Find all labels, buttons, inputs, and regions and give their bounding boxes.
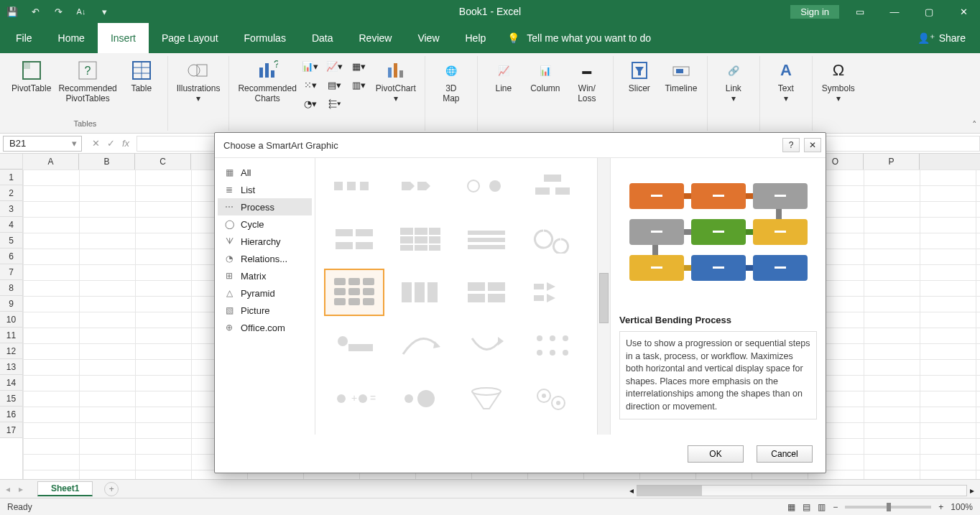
zoom-slider[interactable] — [845, 506, 931, 509]
signin-button[interactable]: Sign in — [790, 5, 839, 19]
pivottable-button[interactable]: PivotTable — [9, 56, 54, 95]
row-header[interactable]: 16 — [0, 407, 22, 422]
zoom-out-icon[interactable]: − — [833, 502, 838, 512]
add-sheet-button[interactable]: + — [104, 482, 119, 496]
collapse-ribbon-button[interactable]: ˄ — [972, 119, 977, 130]
pivotchart-button[interactable]: PivotChart▾ — [373, 56, 419, 105]
layout-thumb[interactable]: += — [324, 375, 384, 422]
layout-thumb[interactable] — [456, 162, 517, 210]
view-normal-icon[interactable]: ▦ — [787, 502, 795, 512]
ribbon-display-button[interactable]: ▭ — [843, 0, 877, 23]
undo-icon[interactable]: ↶ — [29, 5, 42, 18]
row-header[interactable]: 12 — [0, 343, 22, 359]
close-button[interactable]: ✕ — [947, 0, 980, 23]
sheet-nav-prev[interactable]: ◂ — [6, 484, 10, 494]
pie-chart-icon[interactable]: ◔▾ — [301, 96, 320, 111]
layout-thumb[interactable] — [456, 215, 517, 263]
tab-data[interactable]: Data — [299, 23, 346, 53]
recommended-pivottables-button[interactable]: ? Recommended PivotTables — [55, 56, 119, 105]
column-header[interactable]: P — [864, 154, 920, 170]
link-button[interactable]: 🔗Link▾ — [713, 56, 754, 105]
sort-icon[interactable]: A↓ — [75, 5, 88, 18]
horizontal-scrollbar[interactable]: ◂ ▸ — [629, 485, 974, 496]
slicer-button[interactable]: Slicer — [619, 56, 660, 95]
layout-thumb[interactable] — [390, 322, 450, 369]
treemap-chart-icon[interactable]: ▦▾ — [350, 59, 369, 73]
combo-chart-icon[interactable]: ⬱▾ — [325, 96, 344, 111]
chevron-down-icon[interactable]: ▾ — [72, 138, 81, 149]
layout-thumb[interactable] — [522, 322, 583, 369]
sheet-tab-active[interactable]: Sheet1 — [37, 481, 93, 496]
tab-file[interactable]: File — [3, 23, 45, 53]
category-matrix[interactable]: ⊞Matrix — [218, 267, 312, 284]
timeline-button[interactable]: Timeline — [661, 56, 701, 95]
row-header[interactable]: 1 — [0, 170, 22, 185]
layout-thumb-vertical-bending[interactable] — [324, 269, 384, 316]
cancel-formula-icon[interactable]: ✕ — [92, 138, 100, 149]
column-chart-icon[interactable]: 📊▾ — [301, 59, 320, 73]
tellme-search[interactable]: 💡 Tell me what you want to do — [507, 23, 651, 53]
table-button[interactable]: Table — [121, 56, 162, 95]
tab-help[interactable]: Help — [453, 23, 499, 53]
layout-thumb[interactable] — [324, 215, 384, 263]
3d-map-button[interactable]: 🌐 3D Map — [431, 56, 471, 105]
row-header[interactable]: 15 — [0, 391, 22, 407]
category-picture[interactable]: ▧Picture — [218, 302, 312, 319]
category-pyramid[interactable]: △Pyramid — [218, 284, 312, 302]
row-header[interactable]: 6 — [0, 249, 22, 264]
tab-insert[interactable]: Insert — [98, 23, 149, 53]
category-officecom[interactable]: ⊕Office.com — [218, 319, 312, 336]
column-header[interactable]: C — [135, 154, 191, 170]
scroll-left-icon[interactable]: ◂ — [629, 486, 634, 496]
layout-thumb[interactable] — [390, 269, 450, 316]
tab-formulas[interactable]: Formulas — [231, 23, 299, 53]
layout-thumb[interactable] — [390, 162, 450, 210]
illustrations-button[interactable]: Illustrations▾ — [174, 56, 223, 105]
dialog-help-button[interactable]: ? — [782, 138, 800, 152]
category-all[interactable]: ▦All — [218, 164, 312, 181]
column-header[interactable]: B — [79, 154, 135, 170]
zoom-value[interactable]: 100% — [951, 502, 973, 512]
text-button[interactable]: AText▾ — [766, 56, 806, 105]
column-header[interactable]: A — [23, 154, 79, 170]
layout-thumb[interactable] — [456, 322, 517, 369]
sparkline-column-button[interactable]: 📊Column — [525, 56, 565, 95]
quickaccess-more-icon[interactable]: ▾ — [98, 5, 111, 18]
bar-chart-icon[interactable]: ▤▾ — [325, 78, 344, 92]
name-box[interactable]: B21 ▾ — [3, 136, 82, 152]
share-button[interactable]: 👤⁺ Share — [917, 23, 980, 53]
category-process[interactable]: ⋯Process — [218, 198, 312, 215]
row-header[interactable]: 4 — [0, 217, 22, 233]
row-header[interactable]: 14 — [0, 375, 22, 391]
category-relations[interactable]: ◔Relations... — [218, 250, 312, 267]
tab-review[interactable]: Review — [346, 23, 405, 53]
minimize-button[interactable]: — — [878, 0, 911, 23]
layout-thumb[interactable] — [324, 162, 384, 210]
layout-thumb[interactable] — [522, 215, 583, 263]
row-header[interactable]: 11 — [0, 328, 22, 343]
row-header[interactable]: 5 — [0, 233, 22, 249]
scrollbar-thumb[interactable] — [637, 486, 702, 496]
sparkline-line-button[interactable]: 📈Line — [484, 56, 524, 95]
select-all-corner[interactable] — [0, 154, 22, 170]
layout-thumb[interactable] — [456, 269, 517, 316]
zoom-in-icon[interactable]: + — [938, 502, 943, 512]
fx-icon[interactable]: fx — [122, 138, 129, 149]
gallery-scrollbar[interactable] — [597, 158, 610, 435]
maximize-button[interactable]: ▢ — [912, 0, 946, 23]
dialog-close-button[interactable]: ✕ — [804, 138, 821, 152]
layout-thumb[interactable] — [390, 215, 450, 263]
scroll-right-icon[interactable]: ▸ — [970, 486, 974, 496]
sheet-nav-next[interactable]: ▸ — [19, 484, 23, 494]
category-list[interactable]: ≣List — [218, 181, 312, 198]
layout-thumb[interactable] — [522, 162, 583, 210]
row-header[interactable]: 3 — [0, 201, 22, 217]
tab-view[interactable]: View — [405, 23, 452, 53]
row-header[interactable]: 7 — [0, 264, 22, 280]
row-header[interactable]: 10 — [0, 312, 22, 328]
tab-home[interactable]: Home — [45, 23, 98, 53]
layout-thumb[interactable] — [522, 375, 583, 422]
layout-thumb[interactable] — [324, 322, 384, 369]
row-header[interactable]: 13 — [0, 359, 22, 375]
ok-button[interactable]: OK — [688, 445, 744, 463]
